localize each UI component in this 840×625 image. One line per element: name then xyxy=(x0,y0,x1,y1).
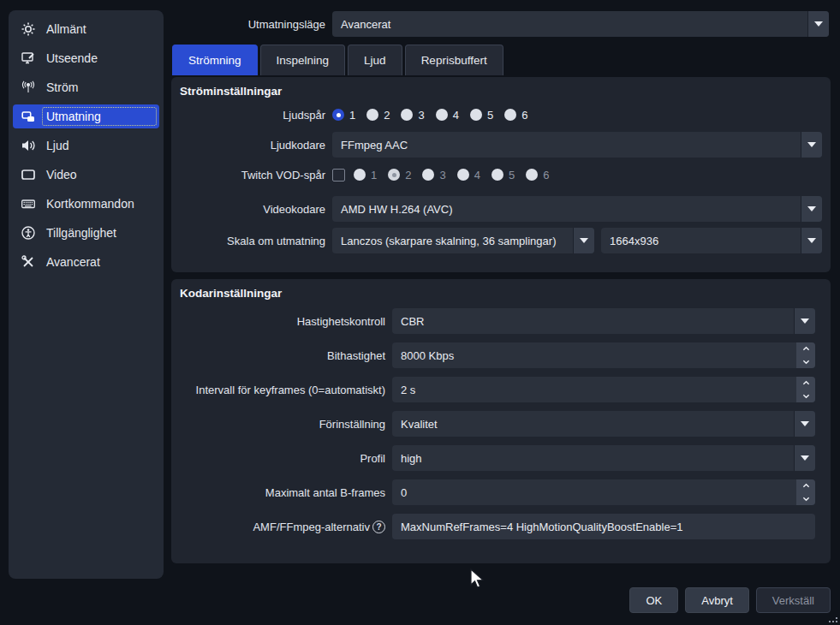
keyframe-interval-spinbox[interactable]: 2 s xyxy=(392,377,815,402)
rescale-resolution-select[interactable]: 1664x936 xyxy=(601,228,822,253)
sidebar-item-appearance[interactable]: Utseende xyxy=(13,46,159,70)
vod-track-radio-4[interactable]: 4 xyxy=(457,169,480,182)
output-mode-select[interactable]: Avancerat xyxy=(332,11,829,37)
chevron-down-icon[interactable] xyxy=(795,308,815,334)
video-encoder-row: Videokodare AMD HW H.264 (AVC) xyxy=(171,196,831,222)
audio-track-row: Ljudspår 1 2 3 4 5 6 xyxy=(171,104,831,126)
vod-track-radio-6[interactable]: 6 xyxy=(526,169,549,182)
radio-icon xyxy=(388,169,400,181)
sidebar-item-label: Ljud xyxy=(42,136,157,155)
preset-label: Förinställning xyxy=(171,418,385,431)
rate-control-row: Hastighetskontroll CBR xyxy=(171,308,831,334)
radio-icon xyxy=(526,169,538,181)
keyframe-interval-label: Intervall för keyframes (0=automatiskt) xyxy=(171,384,385,396)
radio-icon xyxy=(366,109,378,121)
audio-encoder-label: Ljudkodare xyxy=(171,139,325,152)
cancel-button[interactable]: Avbryt xyxy=(685,587,749,613)
keyframe-interval-row: Intervall för keyframes (0=automatiskt) … xyxy=(171,377,831,402)
group-title: Ströminställningar xyxy=(171,77,831,98)
tab-replay-buffer[interactable]: Reprisbuffert xyxy=(405,45,503,75)
sidebar-item-general[interactable]: Allmänt xyxy=(13,17,159,41)
rescale-filter-select[interactable]: Lanczos (skarpare skalning, 36 samplinga… xyxy=(332,228,594,253)
ffmpeg-options-row: AMF/FFmpeg-alternativ? MaxNumRefFrames=4… xyxy=(171,514,831,539)
max-bframes-label: Maximalt antal B-frames xyxy=(171,486,385,499)
preset-row: Förinställning Kvalitet xyxy=(171,411,831,437)
display-icon xyxy=(20,167,37,182)
bitrate-label: Bithastighet xyxy=(171,349,385,362)
chevron-down-icon[interactable] xyxy=(574,228,594,253)
audio-encoder-select[interactable]: FFmpeg AAC xyxy=(332,132,822,158)
ok-button[interactable]: OK xyxy=(629,587,678,613)
vod-track-radio-2[interactable]: 2 xyxy=(388,169,411,182)
video-encoder-label: Videokodare xyxy=(171,203,325,216)
tab-audio[interactable]: Ljud xyxy=(348,45,402,75)
audio-track-label: Ljudspår xyxy=(171,109,325,122)
vod-track-radio-3[interactable]: 3 xyxy=(422,169,445,182)
audio-encoder-row: Ljudkodare FFmpeg AAC xyxy=(171,132,831,158)
chevron-down-icon[interactable] xyxy=(808,11,829,37)
audio-track-radio-5[interactable]: 5 xyxy=(470,109,493,122)
group-title: Kodarinställningar xyxy=(171,279,831,300)
spin-down-icon[interactable] xyxy=(796,355,815,368)
output-icon xyxy=(20,109,37,124)
audio-track-radio-6[interactable]: 6 xyxy=(504,109,527,122)
sidebar-item-label: Utmatning xyxy=(42,107,157,126)
video-encoder-select[interactable]: AMD HW H.264 (AVC) xyxy=(332,196,822,222)
profile-row: Profil high xyxy=(171,445,831,471)
chevron-down-icon[interactable] xyxy=(801,228,822,253)
sidebar-item-label: Ström xyxy=(42,78,157,97)
vod-track-radio-5[interactable]: 5 xyxy=(491,169,515,182)
sidebar-item-audio[interactable]: Ljud xyxy=(13,134,159,158)
vod-track-radio-1[interactable]: 1 xyxy=(354,169,377,182)
profile-select[interactable]: high xyxy=(392,445,815,471)
sidebar-item-video[interactable]: Video xyxy=(13,163,159,187)
sidebar-item-stream[interactable]: Ström xyxy=(13,75,159,99)
chevron-down-icon[interactable] xyxy=(795,411,815,437)
audio-track-radio-3[interactable]: 3 xyxy=(401,109,424,122)
settings-sidebar: Allmänt Utseende Ström Utmatning Ljud xyxy=(9,10,164,579)
audio-track-radio-2[interactable]: 2 xyxy=(366,109,390,122)
spin-up-icon[interactable] xyxy=(796,479,815,492)
sidebar-item-advanced[interactable]: Avancerat xyxy=(13,250,159,274)
preset-select[interactable]: Kvalitet xyxy=(392,411,815,437)
spin-up-icon[interactable] xyxy=(796,342,815,355)
spin-down-icon[interactable] xyxy=(796,492,815,505)
audio-track-radio-4[interactable]: 4 xyxy=(436,109,459,122)
tab-recording[interactable]: Inspelning xyxy=(260,45,346,75)
rescale-row: Skala om utmatning Lanczos (skarpare ska… xyxy=(171,228,831,253)
audio-track-radio-1[interactable]: 1 xyxy=(332,109,355,122)
max-bframes-spinbox[interactable]: 0 xyxy=(392,479,815,505)
tab-streaming[interactable]: Strömning xyxy=(172,45,258,75)
gear-icon xyxy=(20,21,37,37)
twitch-vod-checkbox[interactable] xyxy=(332,169,345,182)
sidebar-item-label: Kortkommandon xyxy=(42,194,157,213)
accessibility-icon xyxy=(20,225,37,241)
twitch-vod-label: Twitch VOD-spår xyxy=(171,169,325,182)
sidebar-item-label: Avancerat xyxy=(42,253,157,271)
chevron-down-icon[interactable] xyxy=(795,445,815,471)
rate-control-select[interactable]: CBR xyxy=(392,308,815,334)
apply-button[interactable]: Verkställ xyxy=(756,587,831,613)
radio-icon xyxy=(504,109,516,121)
mouse-cursor-icon xyxy=(469,568,488,593)
resize-grip[interactable] xyxy=(830,615,837,622)
sidebar-item-output[interactable]: Utmatning xyxy=(13,104,159,128)
spin-down-icon[interactable] xyxy=(796,390,815,402)
spin-up-icon[interactable] xyxy=(796,377,815,390)
sidebar-item-label: Allmänt xyxy=(42,20,157,39)
ffmpeg-options-input[interactable]: MaxNumRefFrames=4 HighMotionQualityBoost… xyxy=(392,514,815,539)
bitrate-spinbox[interactable]: 8000 Kbps xyxy=(392,342,815,368)
settings-dialog: Allmänt Utseende Ström Utmatning Ljud xyxy=(0,0,840,625)
sidebar-item-accessibility[interactable]: Tillgänglighet xyxy=(13,221,159,245)
help-icon[interactable]: ? xyxy=(372,521,385,533)
output-mode-label: Utmatningsläge xyxy=(171,18,325,31)
radio-icon xyxy=(470,109,482,121)
radio-icon xyxy=(457,169,469,181)
radio-icon xyxy=(491,169,503,181)
chevron-down-icon[interactable] xyxy=(801,132,822,158)
sidebar-item-hotkeys[interactable]: Kortkommandon xyxy=(13,192,159,216)
chevron-down-icon[interactable] xyxy=(801,196,822,222)
radio-icon xyxy=(436,109,448,121)
stream-settings-group: Ströminställningar Ljudspår 1 2 3 4 5 6 … xyxy=(171,77,831,272)
radio-icon xyxy=(332,109,344,121)
